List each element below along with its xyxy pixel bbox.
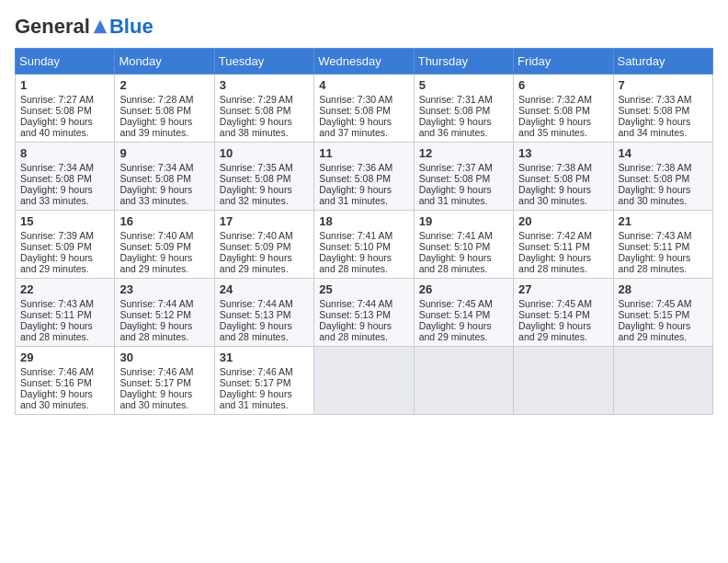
calendar-cell: 20Sunrise: 7:42 AMSunset: 5:11 PMDayligh… bbox=[514, 211, 613, 279]
daylight-text: Daylight: 9 hours and 35 minutes. bbox=[518, 116, 608, 138]
sunrise-text: Sunrise: 7:40 AM bbox=[119, 230, 209, 241]
day-header-wednesday: Wednesday bbox=[314, 49, 414, 75]
calendar-cell: 8Sunrise: 7:34 AMSunset: 5:08 PMDaylight… bbox=[16, 143, 115, 211]
day-number: 22 bbox=[20, 282, 109, 296]
calendar-cell: 23Sunrise: 7:44 AMSunset: 5:12 PMDayligh… bbox=[115, 279, 214, 347]
calendar-cell: 11Sunrise: 7:36 AMSunset: 5:08 PMDayligh… bbox=[314, 143, 414, 211]
daylight-text: Daylight: 9 hours and 33 minutes. bbox=[20, 184, 109, 206]
daylight-text: Daylight: 9 hours and 40 minutes. bbox=[20, 116, 109, 138]
calendar-cell: 5Sunrise: 7:31 AMSunset: 5:08 PMDaylight… bbox=[414, 75, 513, 143]
sunset-text: Sunset: 5:08 PM bbox=[220, 173, 309, 184]
calendar-cell: 31Sunrise: 7:46 AMSunset: 5:17 PMDayligh… bbox=[214, 347, 313, 415]
day-number: 11 bbox=[319, 146, 408, 160]
daylight-text: Daylight: 9 hours and 28 minutes. bbox=[220, 320, 309, 342]
sunrise-text: Sunrise: 7:46 AM bbox=[119, 366, 209, 377]
day-header-tuesday: Tuesday bbox=[214, 49, 313, 75]
sunset-text: Sunset: 5:08 PM bbox=[20, 173, 109, 184]
calendar-cell: 26Sunrise: 7:45 AMSunset: 5:14 PMDayligh… bbox=[414, 279, 513, 347]
sunrise-text: Sunrise: 7:41 AM bbox=[419, 230, 508, 241]
day-number: 30 bbox=[119, 350, 209, 364]
sunrise-text: Sunrise: 7:39 AM bbox=[20, 230, 109, 241]
sunset-text: Sunset: 5:08 PM bbox=[220, 105, 309, 116]
calendar-week-row: 8Sunrise: 7:34 AMSunset: 5:08 PMDaylight… bbox=[16, 143, 713, 211]
day-number: 15 bbox=[20, 214, 109, 228]
day-number: 14 bbox=[619, 146, 708, 160]
day-header-thursday: Thursday bbox=[414, 49, 513, 75]
sunset-text: Sunset: 5:08 PM bbox=[319, 173, 408, 184]
daylight-text: Daylight: 9 hours and 38 minutes. bbox=[220, 116, 309, 138]
sunrise-text: Sunrise: 7:31 AM bbox=[419, 94, 508, 105]
day-number: 5 bbox=[419, 78, 508, 92]
day-number: 9 bbox=[119, 146, 209, 160]
daylight-text: Daylight: 9 hours and 29 minutes. bbox=[518, 320, 608, 342]
sunrise-text: Sunrise: 7:45 AM bbox=[419, 298, 508, 309]
logo-blue: Blue bbox=[109, 15, 154, 38]
sunset-text: Sunset: 5:08 PM bbox=[419, 105, 508, 116]
daylight-text: Daylight: 9 hours and 30 minutes. bbox=[619, 184, 708, 206]
sunrise-text: Sunrise: 7:33 AM bbox=[619, 94, 708, 105]
daylight-text: Daylight: 9 hours and 29 minutes. bbox=[220, 252, 309, 274]
calendar-week-row: 1Sunrise: 7:27 AMSunset: 5:08 PMDaylight… bbox=[16, 75, 713, 143]
calendar-cell: 7Sunrise: 7:33 AMSunset: 5:08 PMDaylight… bbox=[613, 75, 712, 143]
sunrise-text: Sunrise: 7:40 AM bbox=[220, 230, 309, 241]
day-number: 16 bbox=[119, 214, 209, 228]
sunset-text: Sunset: 5:17 PM bbox=[119, 377, 209, 388]
day-number: 19 bbox=[419, 214, 508, 228]
sunset-text: Sunset: 5:15 PM bbox=[619, 309, 708, 320]
calendar-cell: 13Sunrise: 7:38 AMSunset: 5:08 PMDayligh… bbox=[514, 143, 613, 211]
calendar-cell: 16Sunrise: 7:40 AMSunset: 5:09 PMDayligh… bbox=[115, 211, 214, 279]
sunrise-text: Sunrise: 7:30 AM bbox=[319, 94, 408, 105]
day-number: 10 bbox=[220, 146, 309, 160]
daylight-text: Daylight: 9 hours and 29 minutes. bbox=[119, 252, 209, 274]
day-number: 8 bbox=[20, 146, 109, 160]
sunset-text: Sunset: 5:16 PM bbox=[20, 377, 109, 388]
calendar-cell: 3Sunrise: 7:29 AMSunset: 5:08 PMDaylight… bbox=[214, 75, 313, 143]
daylight-text: Daylight: 9 hours and 31 minutes. bbox=[419, 184, 508, 206]
sunset-text: Sunset: 5:13 PM bbox=[220, 309, 309, 320]
day-number: 29 bbox=[20, 350, 109, 364]
sunrise-text: Sunrise: 7:36 AM bbox=[319, 162, 408, 173]
sunset-text: Sunset: 5:09 PM bbox=[119, 241, 209, 252]
day-number: 20 bbox=[518, 214, 608, 228]
calendar-cell: 19Sunrise: 7:41 AMSunset: 5:10 PMDayligh… bbox=[414, 211, 513, 279]
sunset-text: Sunset: 5:08 PM bbox=[119, 105, 209, 116]
calendar-cell: 24Sunrise: 7:44 AMSunset: 5:13 PMDayligh… bbox=[214, 279, 313, 347]
calendar-cell: 4Sunrise: 7:30 AMSunset: 5:08 PMDaylight… bbox=[314, 75, 414, 143]
sunset-text: Sunset: 5:17 PM bbox=[220, 377, 309, 388]
daylight-text: Daylight: 9 hours and 37 minutes. bbox=[319, 116, 408, 138]
daylight-text: Daylight: 9 hours and 30 minutes. bbox=[518, 184, 608, 206]
daylight-text: Daylight: 9 hours and 32 minutes. bbox=[220, 184, 309, 206]
logo-general: General bbox=[15, 15, 90, 39]
calendar-cell bbox=[314, 347, 414, 415]
daylight-text: Daylight: 9 hours and 36 minutes. bbox=[419, 116, 508, 138]
calendar-cell: 27Sunrise: 7:45 AMSunset: 5:14 PMDayligh… bbox=[514, 279, 613, 347]
day-number: 1 bbox=[20, 78, 109, 92]
daylight-text: Daylight: 9 hours and 29 minutes. bbox=[419, 320, 508, 342]
day-header-saturday: Saturday bbox=[613, 49, 712, 75]
sunrise-text: Sunrise: 7:44 AM bbox=[319, 298, 408, 309]
daylight-text: Daylight: 9 hours and 29 minutes. bbox=[20, 252, 109, 274]
sunrise-text: Sunrise: 7:38 AM bbox=[619, 162, 708, 173]
sunset-text: Sunset: 5:14 PM bbox=[419, 309, 508, 320]
sunrise-text: Sunrise: 7:35 AM bbox=[220, 162, 309, 173]
daylight-text: Daylight: 9 hours and 28 minutes. bbox=[119, 320, 209, 342]
day-header-monday: Monday bbox=[115, 49, 214, 75]
sunset-text: Sunset: 5:12 PM bbox=[119, 309, 209, 320]
sunset-text: Sunset: 5:08 PM bbox=[619, 173, 708, 184]
sunset-text: Sunset: 5:11 PM bbox=[619, 241, 708, 252]
daylight-text: Daylight: 9 hours and 29 minutes. bbox=[619, 320, 708, 342]
sunset-text: Sunset: 5:10 PM bbox=[419, 241, 508, 252]
calendar-cell: 1Sunrise: 7:27 AMSunset: 5:08 PMDaylight… bbox=[16, 75, 115, 143]
sunset-text: Sunset: 5:11 PM bbox=[518, 241, 608, 252]
logo-icon bbox=[92, 18, 108, 35]
day-number: 24 bbox=[220, 282, 309, 296]
calendar-week-row: 15Sunrise: 7:39 AMSunset: 5:09 PMDayligh… bbox=[16, 211, 713, 279]
day-number: 13 bbox=[518, 146, 608, 160]
day-number: 2 bbox=[119, 78, 209, 92]
calendar-table: SundayMondayTuesdayWednesdayThursdayFrid… bbox=[15, 48, 713, 415]
sunset-text: Sunset: 5:09 PM bbox=[220, 241, 309, 252]
day-number: 21 bbox=[619, 214, 708, 228]
calendar-cell: 21Sunrise: 7:43 AMSunset: 5:11 PMDayligh… bbox=[613, 211, 712, 279]
calendar-cell bbox=[514, 347, 613, 415]
sunrise-text: Sunrise: 7:38 AM bbox=[518, 162, 608, 173]
